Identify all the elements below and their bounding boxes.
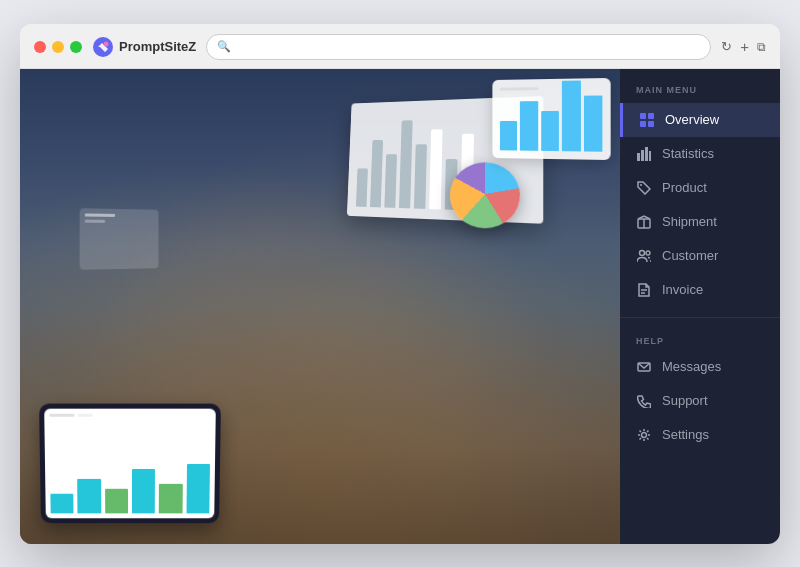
gear-icon bbox=[636, 427, 652, 443]
sidebar-item-invoice[interactable]: Invoice bbox=[620, 273, 780, 307]
sidebar-item-messages[interactable]: Messages bbox=[620, 350, 780, 384]
sidebar-divider bbox=[620, 317, 780, 318]
main-menu-label: MAIN MENU bbox=[620, 85, 780, 103]
pie-chart bbox=[449, 162, 522, 228]
logo-icon bbox=[92, 36, 114, 58]
messages-label: Messages bbox=[662, 359, 721, 374]
floating-card bbox=[492, 77, 610, 159]
overview-label: Overview bbox=[665, 112, 719, 127]
svg-point-10 bbox=[640, 184, 642, 186]
sidebar-item-support[interactable]: Support bbox=[620, 384, 780, 418]
svg-rect-8 bbox=[645, 147, 648, 161]
statistics-label: Statistics bbox=[662, 146, 714, 161]
sidebar-item-product[interactable]: Product bbox=[620, 171, 780, 205]
svg-point-14 bbox=[646, 251, 650, 255]
sidebar-item-shipment[interactable]: Shipment bbox=[620, 205, 780, 239]
mail-icon bbox=[636, 359, 652, 375]
help-label: HELP bbox=[620, 328, 780, 350]
tablet-screen bbox=[44, 408, 216, 518]
invoice-label: Invoice bbox=[662, 282, 703, 297]
sidebar-item-statistics[interactable]: Statistics bbox=[620, 137, 780, 171]
sidebar-item-settings[interactable]: Settings bbox=[620, 418, 780, 452]
main-area bbox=[20, 69, 620, 544]
sidebar-item-overview[interactable]: Overview bbox=[620, 103, 780, 137]
close-button[interactable] bbox=[34, 41, 46, 53]
svg-rect-9 bbox=[649, 151, 651, 161]
support-label: Support bbox=[662, 393, 708, 408]
svg-rect-2 bbox=[640, 113, 646, 119]
tablet-device bbox=[39, 403, 221, 523]
bar-chart-icon bbox=[636, 146, 652, 162]
svg-point-13 bbox=[640, 250, 645, 255]
customer-label: Customer bbox=[662, 248, 718, 263]
mini-bars bbox=[500, 100, 602, 151]
browser-logo: PromptSiteZ bbox=[92, 36, 196, 58]
browser-chrome: PromptSiteZ 🔍 ↻ + ⧉ bbox=[20, 24, 780, 69]
sidebar-item-customer[interactable]: Customer bbox=[620, 239, 780, 273]
svg-rect-3 bbox=[648, 113, 654, 119]
tablet-chart-bars bbox=[50, 454, 210, 513]
new-tab-icon[interactable]: + bbox=[740, 38, 749, 55]
product-label: Product bbox=[662, 180, 707, 195]
package-icon bbox=[636, 214, 652, 230]
browser-content: MAIN MENU Overview bbox=[20, 69, 780, 544]
svg-point-18 bbox=[642, 432, 647, 437]
browser-window: PromptSiteZ 🔍 ↻ + ⧉ bbox=[20, 24, 780, 544]
users-icon bbox=[636, 248, 652, 264]
refresh-icon[interactable]: ↻ bbox=[721, 39, 732, 54]
phone-icon bbox=[636, 393, 652, 409]
search-icon: 🔍 bbox=[217, 40, 231, 53]
settings-label: Settings bbox=[662, 427, 709, 442]
data-card-1 bbox=[80, 208, 159, 269]
address-bar[interactable]: 🔍 bbox=[206, 34, 711, 60]
grid-icon bbox=[639, 112, 655, 128]
browser-actions: ↻ + ⧉ bbox=[721, 38, 766, 55]
svg-rect-7 bbox=[641, 150, 644, 161]
minimize-button[interactable] bbox=[52, 41, 64, 53]
svg-rect-6 bbox=[637, 153, 640, 161]
logo-text: PromptSiteZ bbox=[119, 39, 196, 54]
svg-rect-4 bbox=[640, 121, 646, 127]
svg-rect-5 bbox=[648, 121, 654, 127]
tag-icon bbox=[636, 180, 652, 196]
maximize-button[interactable] bbox=[70, 41, 82, 53]
traffic-lights bbox=[34, 41, 82, 53]
window-icon[interactable]: ⧉ bbox=[757, 40, 766, 54]
sidebar: MAIN MENU Overview bbox=[620, 69, 780, 544]
shipment-label: Shipment bbox=[662, 214, 717, 229]
file-icon bbox=[636, 282, 652, 298]
svg-point-1 bbox=[104, 41, 109, 46]
